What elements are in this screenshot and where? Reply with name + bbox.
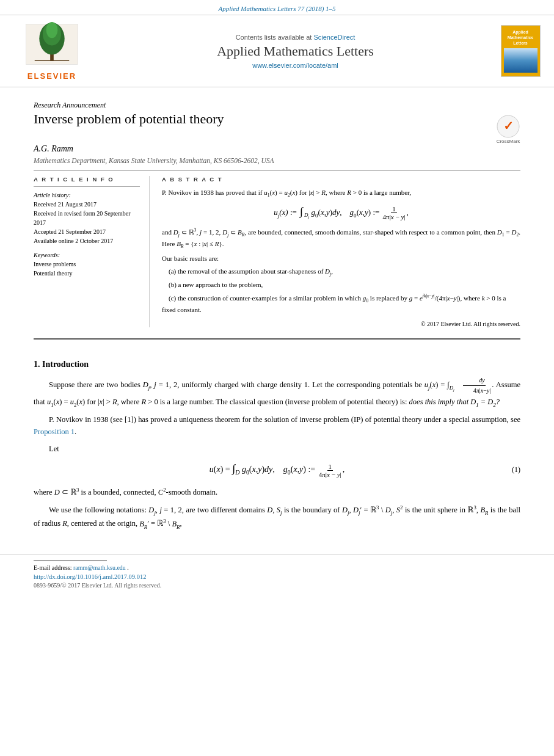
author-affiliation: Mathematics Department, Kansas State Uni… bbox=[34, 157, 520, 164]
journal-citation: Applied Mathematics Letters 77 (2018) 1–… bbox=[0, 0, 554, 15]
author-name: A.G. Ramm bbox=[34, 144, 520, 154]
journal-title: Applied Mathematics Letters bbox=[217, 43, 374, 59]
footer: E-mail address: ramm@math.ksu.edu . http… bbox=[0, 554, 554, 592]
crossmark-widget[interactable]: ✓ CrossMark bbox=[496, 114, 520, 144]
research-announcement-label: Research Announcement bbox=[34, 101, 520, 110]
received-date: Received 21 August 2017 Received in revi… bbox=[34, 200, 140, 245]
journal-cover-box: AppliedMathematicsLetters bbox=[501, 25, 541, 77]
page: Applied Mathematics Letters 77 (2018) 1–… bbox=[0, 0, 554, 756]
elsevier-tree-icon bbox=[21, 21, 82, 70]
email-link[interactable]: ramm@math.ksu.edu bbox=[73, 564, 127, 571]
abstract-formula: uj(x) := ∫Dj g0(x,y)dy, g0(x,y) := 14π|x… bbox=[162, 205, 520, 221]
crossmark-icon: ✓ bbox=[496, 114, 520, 139]
journal-citation-text: Applied Mathematics Letters 77 (2018) 1–… bbox=[218, 5, 335, 12]
section-divider bbox=[34, 170, 520, 171]
issn-line: 0893-9659/© 2017 Elsevier Ltd. All right… bbox=[34, 582, 520, 589]
elsevier-logo: ELSEVIER bbox=[12, 21, 92, 81]
results-intro: Our basic results are: bbox=[162, 253, 520, 264]
abstract-title: A B S T R A C T bbox=[162, 176, 520, 183]
intro-para2: P. Novikov in 1938 (see [1]) has proved … bbox=[34, 413, 520, 438]
title-row: Inverse problem of potential theory ✓ Cr… bbox=[34, 111, 520, 144]
intro-para3: where D ⊂ ℝ3 is a bounded, connected, C2… bbox=[34, 485, 520, 498]
journal-header: ELSEVIER Contents lists available at Sci… bbox=[0, 15, 554, 87]
intro-para1: Suppose there are two bodies Dj, j = 1, … bbox=[34, 376, 520, 409]
proposition1-link[interactable]: Proposition 1 bbox=[34, 427, 75, 436]
email-footnote: E-mail address: ramm@math.ksu.edu . bbox=[34, 564, 520, 571]
article-content: Research Announcement Inverse problem of… bbox=[0, 87, 554, 333]
svg-text:✓: ✓ bbox=[503, 119, 514, 133]
result-b: (b) a new approach to the problem, bbox=[162, 280, 520, 291]
journal-cover: AppliedMathematicsLetters bbox=[499, 21, 542, 81]
journal-url: www.elsevier.com/locate/aml bbox=[252, 62, 338, 69]
equation-1: u(x) = ∫D g0(x,y)dy, g0(x,y) := 14π|x − … bbox=[34, 462, 520, 478]
journal-cover-image bbox=[504, 48, 538, 73]
intro-para4: We use the following notations: Dj, j = … bbox=[34, 503, 520, 531]
footnote-rule bbox=[34, 561, 107, 561]
copyright-line: © 2017 Elsevier Ltd. All rights reserved… bbox=[162, 321, 520, 327]
history-label: Article history: bbox=[34, 192, 140, 198]
equation-number-1: (1) bbox=[512, 465, 520, 474]
abstract-results: Our basic results are: (a) the removal o… bbox=[162, 253, 520, 315]
main-body: 1. Introduction Suppose there are two bo… bbox=[0, 344, 554, 542]
abstract-column: A B S T R A C T P. Novikov in 1938 has p… bbox=[162, 176, 520, 327]
sciencedirect-link[interactable]: ScienceDirect bbox=[313, 34, 355, 41]
info-abstract-columns: A R T I C L E I N F O Article history: R… bbox=[34, 176, 520, 327]
article-title: Inverse problem of potential theory bbox=[34, 111, 487, 127]
main-divider bbox=[34, 338, 520, 340]
contents-available: Contents lists available at ScienceDirec… bbox=[236, 34, 355, 41]
doi-link[interactable]: http://dx.doi.org/10.1016/j.aml.2017.09.… bbox=[34, 573, 146, 580]
doi-line: http://dx.doi.org/10.1016/j.aml.2017.09.… bbox=[34, 573, 520, 580]
article-info-title: A R T I C L E I N F O bbox=[34, 176, 140, 183]
elsevier-brand-text: ELSEVIER bbox=[27, 71, 76, 81]
journal-header-center: Contents lists available at ScienceDirec… bbox=[104, 21, 487, 81]
result-c: (c) the construction of counter-examples… bbox=[162, 293, 520, 316]
journal-cover-title: AppliedMathematicsLetters bbox=[508, 29, 533, 46]
keywords-label: Keywords: bbox=[34, 252, 140, 258]
abstract-paragraph1: P. Novikov in 1938 has proved that if u1… bbox=[162, 187, 520, 199]
result-a: (a) the removal of the assumption about … bbox=[162, 266, 520, 278]
abstract-paragraph2: and Dj ⊂ ℝ3, j = 1, 2, Dj ⊂ BR, are boun… bbox=[162, 227, 520, 250]
keywords-section: Keywords: Inverse problems Potential the… bbox=[34, 252, 140, 278]
svg-point-4 bbox=[46, 22, 58, 38]
keyword-2: Potential theory bbox=[34, 269, 140, 278]
keyword-1: Inverse problems bbox=[34, 260, 140, 269]
article-info-column: A R T I C L E I N F O Article history: R… bbox=[34, 176, 150, 327]
intro-heading: 1. Introduction bbox=[34, 360, 520, 369]
let-text: Let bbox=[49, 443, 520, 455]
equation-1-content: u(x) = ∫D g0(x,y)dy, g0(x,y) := 14π|x − … bbox=[210, 462, 344, 478]
crossmark-label: CrossMark bbox=[497, 139, 520, 144]
